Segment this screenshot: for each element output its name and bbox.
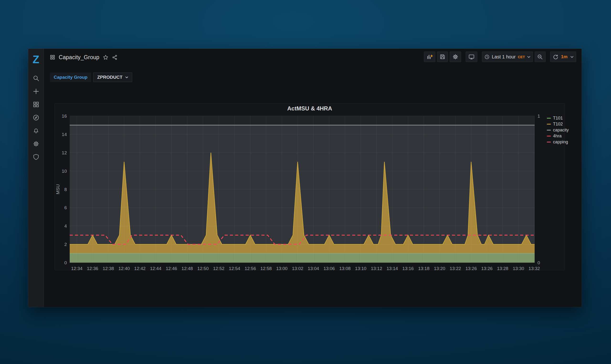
app-logo[interactable]: Z: [32, 54, 39, 65]
timezone-label: CET: [518, 55, 525, 59]
x-axis-tick-label: 12:36: [87, 266, 98, 271]
x-axis-tick-label: 12:52: [213, 266, 225, 271]
x-axis-tick-label: 12:50: [197, 266, 209, 271]
explore-compass-icon: [33, 114, 39, 121]
x-axis-tick-label: 12:56: [245, 266, 256, 271]
chevron-down-icon: [571, 56, 573, 58]
chevron-down-icon: [527, 56, 530, 58]
x-axis-tick-label: 13:16: [402, 266, 414, 271]
legend-label: capping: [553, 140, 568, 144]
y-axis-tick-label: 16: [62, 114, 67, 118]
x-axis-tick-label: 13:26: [465, 266, 477, 271]
legend-item-T102[interactable]: T102: [547, 121, 569, 127]
main-content: Capacity_Group: [44, 49, 582, 307]
clock-icon: [484, 54, 490, 59]
apps-grid-icon[interactable]: [50, 55, 55, 60]
legend-label: T102: [553, 122, 563, 127]
x-axis-tick-label: 13:20: [434, 266, 445, 271]
x-axis-tick-label: 12:54: [229, 266, 240, 271]
y-axis-title: MSU: [55, 184, 60, 194]
dashboard-link-capacity-group[interactable]: Capacity Group: [50, 73, 91, 82]
grafana-window: Z: [28, 49, 582, 307]
x-axis-tick-label: 12:48: [182, 266, 193, 271]
refresh-icon: [553, 54, 558, 60]
dashboard-toolbar: Last 1 hour CET 1m: [424, 52, 576, 62]
chart-svg[interactable]: 02468101214161012:3412:3612:3812:4012:42…: [55, 104, 565, 271]
x-axis-tick-label: 13:22: [450, 266, 461, 271]
sidebar-item-configuration[interactable]: [33, 141, 39, 147]
x-axis-tick-label: 13:14: [387, 266, 398, 271]
right-y-axis-tick-label: 1: [537, 114, 540, 118]
legend-item-T101[interactable]: T101: [547, 115, 569, 121]
x-axis-tick-label: 13:02: [292, 266, 303, 271]
legend-label: T101: [553, 116, 563, 121]
sidebar-item-search[interactable]: [33, 75, 39, 82]
legend-swatch: [547, 124, 551, 125]
zoom-out-icon: [537, 54, 543, 60]
x-axis-tick-label: 12:46: [166, 266, 177, 271]
legend-swatch: [547, 136, 551, 136]
y-axis-tick-label: 12: [62, 150, 67, 155]
x-axis-tick-label: 13:26: [481, 266, 493, 271]
monitor-icon: [468, 54, 475, 60]
series-T101-area: [70, 254, 535, 263]
zoom-out-time-button[interactable]: [535, 52, 545, 62]
favorite-star-icon[interactable]: [103, 55, 108, 60]
y-axis-tick-label: 0: [64, 260, 67, 265]
refresh-button[interactable]: 1m: [550, 52, 576, 62]
chart-panel: ActMSU & 4HRA 02468101214161012:3412:361…: [54, 103, 565, 270]
right-y-axis-tick-label: 0: [537, 260, 540, 265]
legend-swatch: [547, 142, 551, 143]
y-axis-tick-label: 10: [62, 169, 67, 174]
time-range-picker[interactable]: Last 1 hour CET: [482, 52, 533, 62]
y-axis-tick-label: 6: [64, 205, 67, 210]
dashboard-link-label: Capacity Group: [54, 75, 87, 80]
settings-gear-icon: [452, 54, 458, 60]
dashboard-title[interactable]: Capacity_Group: [59, 54, 99, 61]
x-axis-tick-label: 13:30: [513, 266, 524, 271]
dashboard-header: Capacity_Group: [50, 52, 118, 62]
dashboard-settings-button[interactable]: [450, 52, 461, 62]
legend-label: capacity: [553, 128, 569, 133]
legend-swatch: [547, 118, 551, 118]
x-axis-tick-label: 13:10: [355, 266, 367, 271]
x-axis-tick-label: 12:38: [103, 266, 114, 271]
cycle-view-mode-button[interactable]: [466, 52, 477, 62]
sidebar: Z: [28, 49, 44, 307]
chevron-down-icon: [125, 76, 128, 78]
x-axis-tick-label: 13:32: [529, 266, 540, 271]
y-axis-tick-label: 14: [62, 132, 67, 137]
y-axis-tick-label: 4: [64, 223, 67, 229]
legend-item-4hra[interactable]: 4hra: [547, 133, 569, 139]
sidebar-item-dashboards[interactable]: [33, 101, 39, 108]
sidebar-item-create[interactable]: [33, 88, 39, 95]
plus-icon: [33, 88, 39, 95]
admin-shield-icon: [33, 154, 39, 160]
save-dashboard-button[interactable]: [437, 52, 448, 62]
x-axis-tick-label: 12:58: [260, 266, 272, 271]
variable-value: ZPRODUCT: [97, 75, 122, 80]
sidebar-item-alerting[interactable]: [33, 127, 39, 134]
sidebar-item-server-admin[interactable]: [33, 154, 39, 160]
x-axis-tick-label: 13:06: [323, 266, 335, 271]
configuration-gear-icon: [33, 141, 39, 147]
x-axis-tick-label: 13:00: [276, 266, 288, 271]
add-panel-button[interactable]: [424, 52, 435, 62]
legend-item-capping[interactable]: capping: [547, 139, 569, 145]
x-axis-tick-label: 13:12: [371, 266, 382, 271]
x-axis-tick-label: 12:44: [150, 266, 161, 271]
x-axis-tick-label: 12:42: [134, 266, 146, 271]
refresh-interval-label: 1m: [561, 54, 568, 59]
x-axis-tick-label: 13:18: [418, 266, 430, 271]
alerting-bell-icon: [33, 127, 39, 134]
sidebar-item-explore[interactable]: [33, 114, 39, 121]
legend: T101T102capacity4hracapping: [547, 115, 569, 145]
legend-item-capacity[interactable]: capacity: [547, 127, 569, 133]
x-axis-tick-label: 13:28: [497, 266, 508, 271]
variable-dropdown-zproduct[interactable]: ZPRODUCT: [93, 73, 132, 82]
legend-swatch: [547, 130, 551, 130]
search-icon: [33, 75, 39, 82]
y-axis-tick-label: 2: [64, 242, 67, 247]
x-axis-tick-label: 13:08: [339, 266, 351, 271]
share-icon[interactable]: [112, 55, 118, 60]
